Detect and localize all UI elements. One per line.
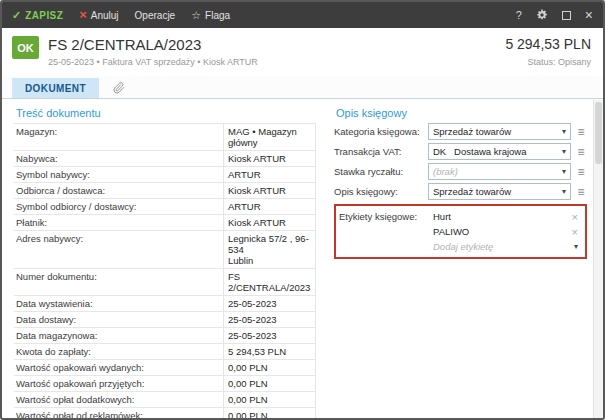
field-label: Adres nabywcy: — [14, 231, 224, 268]
accounting-fields: Kategoria księgowa: Sprzedaż towarów ▾ ≡… — [334, 123, 587, 200]
total-amount: 5 294,53 PLN — [505, 36, 591, 52]
vertical-scrollbar[interactable] — [593, 100, 603, 418]
field-value[interactable]: 0,00 PLN — [224, 408, 315, 418]
document-header: OK FS 2/CENTRALA/2023 25-05-2023 • Faktu… — [2, 28, 603, 76]
field-label: Symbol nabywcy: — [14, 167, 224, 182]
field-value[interactable]: 0,00 PLN — [224, 376, 315, 391]
document-field-row: Adres nabywcy: Legnicka 57/2 , 96-534 Lu… — [14, 231, 315, 269]
selected-value: Sprzedaż towarów — [433, 186, 559, 197]
accounting-field-row: Opis księgowy: Sprzedaż towarów ▾ ≡ — [334, 183, 587, 200]
field-label: Kategoria księgowa: — [334, 126, 428, 137]
section-title-document: Treść dokumentu — [16, 107, 316, 119]
chevron-down-icon: ▾ — [562, 167, 566, 176]
field-label: Wartość opłat od reklamówek: — [14, 408, 224, 418]
document-field-row: Data wystawienia: 25-05-2023 — [14, 296, 315, 312]
field-control: (brak) ▾ ≡ — [428, 163, 587, 180]
document-field-row: Odbiorca / dostawca: Kiosk ARTUR — [14, 183, 315, 199]
help-button[interactable]: ? — [516, 9, 522, 21]
field-value[interactable]: 0,00 PLN — [224, 360, 315, 375]
maximize-icon — [562, 11, 571, 20]
document-fields: Magazyn: MAG • Magazyn główny Nabywca: K… — [14, 123, 316, 418]
field-value[interactable]: Kiosk ARTUR — [224, 151, 315, 166]
star-icon: ☆ — [191, 9, 201, 22]
flag-button[interactable]: ☆ Flaga — [191, 9, 230, 22]
field-value[interactable]: MAG • Magazyn główny — [224, 124, 315, 150]
menu-icon[interactable]: ≡ — [575, 185, 587, 199]
label-tag-text: Hurt — [433, 211, 572, 222]
settings-button[interactable] — [536, 9, 548, 21]
field-value[interactable]: Kiosk ARTUR — [224, 183, 315, 198]
document-subtitle: 25-05-2023 • Faktura VAT sprzedaży • Kio… — [48, 57, 505, 67]
document-field-row: Kwota do zapłaty: 5 294,53 PLN — [14, 344, 315, 360]
field-value[interactable]: ARTUR — [224, 199, 315, 214]
chevron-down-icon: ▾ — [574, 242, 578, 251]
window-controls: ? × — [516, 9, 593, 21]
document-field-row: Magazyn: MAG • Magazyn główny — [14, 124, 315, 151]
field-label: Wartość opakowań wydanych: — [14, 360, 224, 375]
document-body-panel: Treść dokumentu Magazyn: MAG • Magazyn g… — [14, 105, 316, 418]
header-right: 5 294,53 PLN Status: Opisany — [505, 36, 591, 67]
label-tag[interactable]: PALIWO × — [430, 224, 581, 239]
section-title-accounting: Opis księgowy — [336, 107, 587, 119]
remove-tag-icon[interactable]: × — [572, 212, 578, 222]
document-status: Status: Opisany — [505, 57, 591, 67]
field-value[interactable]: ARTUR — [224, 167, 315, 182]
field-control: DK Dostawa krajowa ▾ ≡ — [428, 143, 587, 160]
save-button[interactable]: ✓ ZAPISZ — [12, 9, 63, 22]
field-value[interactable]: 25-05-2023 — [224, 296, 315, 311]
field-value[interactable]: 5 294,53 PLN — [224, 344, 315, 359]
dropdown-select[interactable]: DK Dostawa krajowa ▾ — [428, 143, 571, 160]
document-field-row: Wartość opłat dodatkowych: 0,00 PLN — [14, 392, 315, 408]
invoice-window: ✓ ZAPISZ × Anuluj Operacje ☆ Flaga ? × O… — [0, 0, 605, 420]
gear-icon — [536, 9, 548, 21]
document-field-row: Wartość opakowań przyjętych: 0,00 PLN — [14, 376, 315, 392]
field-label: Magazyn: — [14, 124, 224, 150]
dropdown-select[interactable]: Sprzedaż towarów ▾ — [428, 183, 571, 200]
scrollbar-thumb[interactable] — [595, 102, 602, 164]
field-label: Kwota do zapłaty: — [14, 344, 224, 359]
field-value[interactable]: 25-05-2023 — [224, 328, 315, 343]
document-field-row: Nabywca: Kiosk ARTUR — [14, 151, 315, 167]
add-label-placeholder: Dodaj etykietę — [433, 241, 571, 252]
field-value[interactable]: Kiosk ARTUR — [224, 215, 315, 230]
accounting-labels-group: Etykiety księgowe: Hurt × PALIWO × Dodaj… — [334, 204, 587, 259]
field-value[interactable]: FS 2/CENTRALA/2023 — [224, 269, 315, 295]
label-tag[interactable]: Hurt × — [430, 209, 581, 224]
field-label: Data dostawy: — [14, 312, 224, 327]
operations-button[interactable]: Operacje — [135, 10, 176, 21]
labels-field-label: Etykiety księgowe: — [339, 209, 430, 254]
accounting-field-row: Transakcja VAT: DK Dostawa krajowa ▾ ≡ — [334, 143, 587, 160]
cancel-button[interactable]: × Anuluj — [79, 10, 118, 21]
document-field-row: Symbol odbiorcy / dostawcy: ARTUR — [14, 199, 315, 215]
menu-icon[interactable]: ≡ — [575, 145, 587, 159]
label-tag-list: Hurt × PALIWO × — [430, 209, 581, 239]
document-field-row: Symbol nabywcy: ARTUR — [14, 167, 315, 183]
field-value[interactable]: 25-05-2023 — [224, 312, 315, 327]
attachments-button[interactable] — [107, 79, 131, 98]
dropdown-select[interactable]: (brak) ▾ — [428, 163, 571, 180]
label-tag-text: PALIWO — [433, 226, 572, 237]
title-block: FS 2/CENTRALA/2023 25-05-2023 • Faktura … — [48, 36, 505, 67]
menu-icon[interactable]: ≡ — [575, 165, 587, 179]
tab-bar: DOKUMENT — [2, 76, 603, 99]
status-badge: OK — [12, 36, 39, 59]
menu-icon[interactable]: ≡ — [575, 125, 587, 139]
field-label: Symbol odbiorcy / dostawcy: — [14, 199, 224, 214]
tab-document[interactable]: DOKUMENT — [12, 78, 99, 98]
selected-value: Sprzedaż towarów — [433, 126, 559, 137]
accounting-panel: Opis księgowy Kategoria księgowa: Sprzed… — [316, 105, 587, 418]
field-label: Wartość opłat dodatkowych: — [14, 392, 224, 407]
document-field-row: Numer dokumentu: FS 2/CENTRALA/2023 — [14, 269, 315, 296]
remove-tag-icon[interactable]: × — [572, 227, 578, 237]
field-value[interactable]: 0,00 PLN — [224, 392, 315, 407]
add-label-input[interactable]: Dodaj etykietę ▾ — [430, 239, 581, 254]
close-button[interactable]: × — [585, 10, 593, 20]
maximize-button[interactable] — [562, 11, 571, 20]
page-title: FS 2/CENTRALA/2023 — [48, 36, 505, 53]
field-value[interactable]: Legnicka 57/2 , 96-534 Lublin — [224, 231, 315, 268]
document-content: Treść dokumentu Magazyn: MAG • Magazyn g… — [2, 99, 603, 418]
dropdown-select[interactable]: Sprzedaż towarów ▾ — [428, 123, 571, 140]
field-control: Sprzedaż towarów ▾ ≡ — [428, 123, 587, 140]
flag-button-label: Flaga — [205, 10, 230, 21]
field-control: Sprzedaż towarów ▾ ≡ — [428, 183, 587, 200]
